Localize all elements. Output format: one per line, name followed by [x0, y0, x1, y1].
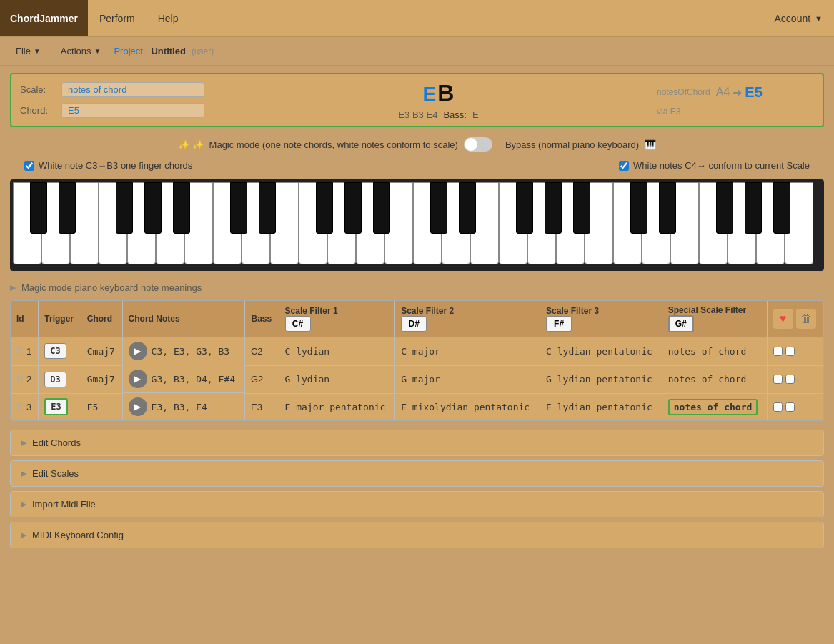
via-label: via E3: [657, 106, 680, 117]
cell-bass: G2: [245, 365, 279, 393]
magic-mode-toggle[interactable]: [464, 137, 492, 152]
black-key[interactable]: [259, 182, 276, 234]
th-chord-notes: Chord Notes: [122, 301, 245, 337]
ssf-input[interactable]: [668, 315, 694, 332]
collapsible-label: Import Midi File: [32, 499, 96, 510]
project-label: Project:: [114, 46, 145, 56]
right-checkbox[interactable]: [619, 161, 629, 171]
th-chord: Chord: [81, 301, 122, 337]
project-user: (user): [192, 46, 214, 56]
black-key[interactable]: [59, 182, 76, 234]
drag-handle: ⠿: [16, 374, 24, 385]
scale-chord-box: Scale: notes of chord Chord: E5 E B E3 B…: [10, 73, 824, 127]
piano-keyboard[interactable]: [13, 182, 821, 268]
account-menu[interactable]: Account ▼: [763, 7, 834, 30]
file-menu-button[interactable]: File ▼: [9, 43, 48, 59]
black-key[interactable]: [716, 182, 733, 234]
chord-notes: C3, E3, G3, B3: [152, 346, 230, 357]
chord-table-wrapper: Id Trigger Chord Chord Notes Bass Scale …: [10, 300, 824, 421]
th-ssf: Special Scale Filter: [662, 301, 767, 337]
brand-label: ChordJammer: [10, 13, 78, 24]
sparkles-icon: ✨ ✨: [178, 139, 204, 150]
piano-icon: 🎹: [645, 139, 656, 150]
piano-container: [10, 179, 824, 271]
scale-value: notes of chord: [61, 82, 204, 97]
black-key[interactable]: [173, 182, 190, 234]
black-key[interactable]: [459, 182, 476, 234]
magic-mode-meanings-row[interactable]: ▶ Magic mode piano keyboard note meaning…: [10, 279, 824, 300]
trigger-key[interactable]: E3: [44, 398, 67, 415]
collapsible-arrow-icon: ▶: [21, 500, 26, 509]
th-id: Id: [11, 301, 39, 337]
collapsible-header[interactable]: ▶ Edit Chords: [11, 430, 823, 455]
sc-right-top-row: notesOfChord A4 ➜ E5: [657, 84, 814, 101]
play-button[interactable]: ▶: [129, 342, 147, 360]
cell-chord-notes: ▶ C3, E3, G3, B3: [123, 337, 245, 365]
black-key[interactable]: [516, 182, 533, 234]
right-checkbox-item: White notes C4→ conform to current Scale: [619, 160, 810, 171]
row-checkbox-1[interactable]: [773, 402, 783, 412]
actions-menu-button[interactable]: Actions ▼: [54, 43, 109, 59]
collapsible-header[interactable]: ▶ Edit Scales: [11, 461, 823, 486]
th-sf3: Scale Filter 3: [540, 301, 662, 337]
cell-actions: [767, 337, 823, 366]
row-checkbox-2[interactable]: [785, 375, 795, 384]
black-key[interactable]: [116, 182, 133, 234]
arrow-sym: ➜: [733, 86, 742, 99]
collapsible-header[interactable]: ▶ Import Midi File: [11, 492, 823, 517]
black-key[interactable]: [630, 182, 647, 234]
cell-bass: E3: [245, 393, 279, 420]
black-key[interactable]: [316, 182, 333, 234]
play-button[interactable]: ▶: [129, 370, 147, 388]
row-checkbox-2[interactable]: [785, 402, 795, 412]
notes-row: E3 B3 E4: [398, 109, 437, 120]
meanings-arrow-icon: ▶: [10, 283, 16, 292]
collapsible-section: ▶ Edit Chords: [10, 430, 824, 456]
black-key[interactable]: [573, 182, 590, 234]
table-row: ⠿1C3Cmaj7▶ C3, E3, G3, B3C2C lydianC maj…: [11, 337, 823, 366]
cell-chord: Gmaj7: [81, 365, 122, 393]
collapsible-label: Edit Scales: [32, 468, 79, 479]
left-checkbox[interactable]: [24, 161, 34, 171]
black-key[interactable]: [30, 182, 47, 234]
chord-label: Chord:: [20, 105, 56, 116]
heart-button[interactable]: ♥: [773, 309, 793, 329]
black-key[interactable]: [773, 182, 790, 234]
toggle-knob: [465, 138, 477, 151]
ssf-normal: notes of chord: [668, 374, 747, 385]
row-checkbox-1[interactable]: [773, 375, 783, 384]
sf1-input[interactable]: [285, 316, 311, 332]
trigger-key[interactable]: C3: [44, 343, 66, 359]
ssf-normal: notes of chord: [668, 346, 747, 357]
row-checkbox-2[interactable]: [785, 347, 795, 356]
trigger-key[interactable]: D3: [44, 372, 66, 387]
black-key[interactable]: [373, 182, 390, 234]
cell-trigger: D3: [39, 365, 81, 393]
cell-id: ⠿1: [11, 337, 39, 366]
play-button[interactable]: ▶: [129, 397, 147, 416]
sc-notes-small: E3 B3 E4 Bass: E: [398, 109, 478, 120]
collapsible-arrow-icon: ▶: [21, 438, 26, 447]
black-key[interactable]: [659, 182, 676, 234]
black-key[interactable]: [745, 182, 762, 234]
sf2-input[interactable]: [401, 316, 427, 332]
nav-help[interactable]: Help: [147, 0, 190, 36]
row-checkbox-1[interactable]: [773, 347, 783, 356]
brand-button[interactable]: ChordJammer: [0, 0, 88, 36]
black-key[interactable]: [144, 182, 162, 234]
chord-name: E5: [87, 402, 99, 412]
chord-notes: E3, B3, E4: [152, 402, 207, 412]
black-key[interactable]: [344, 182, 362, 234]
black-key[interactable]: [430, 182, 447, 234]
cell-sf1: C lydian: [279, 337, 395, 366]
nav-perform[interactable]: Perform: [88, 0, 147, 36]
trash-button[interactable]: 🗑: [796, 309, 816, 329]
collapsible-arrow-icon: ▶: [21, 469, 26, 478]
left-checkbox-item: White note C3→B3 one finger chords: [24, 160, 192, 171]
cell-ssf: notes of chord: [662, 393, 767, 420]
sf3-input[interactable]: [546, 316, 572, 332]
black-key[interactable]: [545, 182, 562, 234]
center-note-blue: E: [423, 83, 437, 106]
black-key[interactable]: [230, 182, 247, 234]
collapsible-header[interactable]: ▶ MIDI Keyboard Config: [11, 522, 823, 548]
